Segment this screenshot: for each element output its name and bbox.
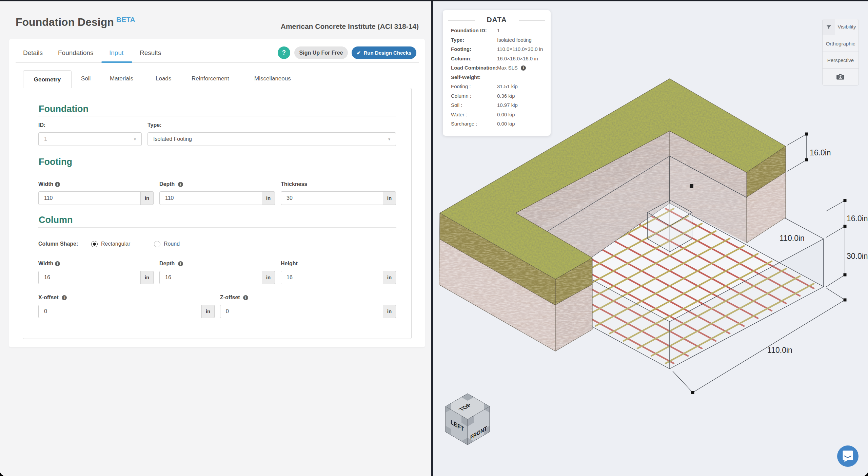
svg-text:110.0in: 110.0in <box>767 346 792 355</box>
svg-text:30.0in: 30.0in <box>847 252 868 261</box>
svg-text:16.0in: 16.0in <box>847 214 868 223</box>
svg-text:16.0in: 16.0in <box>810 148 831 157</box>
svg-text:110.0in: 110.0in <box>780 234 805 243</box>
